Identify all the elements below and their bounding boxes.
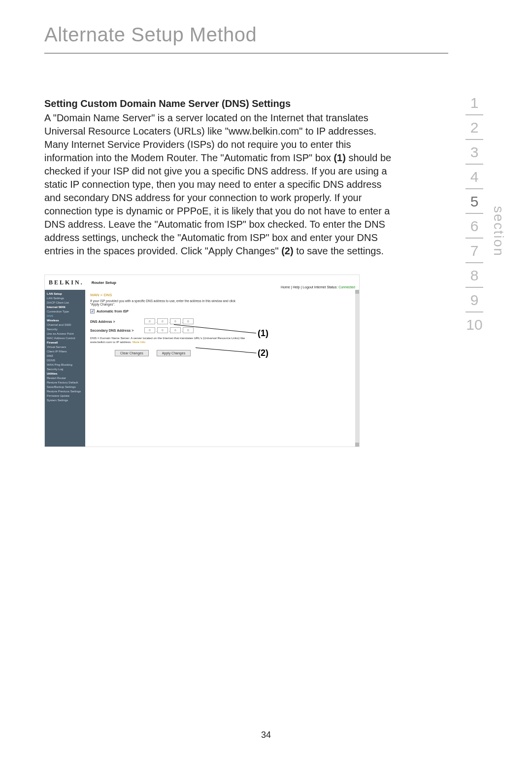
sidebar-item[interactable]: Client IP Filters [47, 349, 83, 354]
apply-changes-button[interactable]: Apply Changes [157, 350, 191, 356]
section-heading: Setting Custom Domain Name Server (DNS) … [44, 98, 399, 109]
instruction-note: If your ISP provided you with a specific… [90, 299, 238, 306]
sidebar-item[interactable]: Restore Previous Settings [47, 389, 83, 394]
callout-ref-2: (2) [281, 245, 293, 256]
sidebar-item[interactable]: Firmware Update [47, 394, 83, 398]
dns2-octet-1[interactable] [144, 327, 155, 333]
sidebar-item[interactable]: Connection Type [47, 310, 83, 314]
sidebar-item[interactable]: Save/Backup Settings [47, 385, 83, 389]
sidebar-item[interactable]: DNS [47, 314, 83, 318]
para-text: should be checked if your ISP did not gi… [44, 152, 391, 256]
sidebar-item[interactable]: System Settings [47, 398, 83, 403]
secondary-dns-row: Secondary DNS Address > . . . [90, 327, 354, 333]
dns2-octet-3[interactable] [170, 327, 181, 333]
sidebar-item[interactable]: DMZ [47, 354, 83, 358]
sidebar-item[interactable]: LAN Settings [47, 296, 83, 301]
scroll-down-icon[interactable] [355, 443, 359, 447]
section-nav-7[interactable]: 7 [464, 239, 485, 262]
dns-address-label: DNS Address > [90, 320, 144, 323]
brand-logo: BELKIN. [49, 279, 84, 286]
router-title: Router Setup [92, 280, 116, 285]
para-text: to save the settings. [294, 245, 384, 256]
dns2-octet-2[interactable] [157, 327, 168, 333]
sidebar-item[interactable]: DHCP Client List [47, 301, 83, 305]
sidebar-item[interactable]: Virtual Servers [47, 345, 83, 349]
dns-address-row: DNS Address > . . . [90, 318, 354, 324]
scrollbar-track[interactable] [355, 290, 359, 447]
sidebar-item[interactable]: WAN Ping Blocking [47, 363, 83, 367]
sidebar-item[interactable]: Security [47, 327, 83, 332]
scroll-up-icon[interactable] [355, 290, 359, 294]
status-links[interactable]: Home | Help | Logout Internet Status: [281, 285, 338, 289]
sidebar-item[interactable]: Channel and SSID [47, 323, 83, 327]
router-content: WAN > DNS If your ISP provided you with … [85, 290, 359, 447]
section-nav-2[interactable]: 2 [464, 115, 485, 139]
section-nav: 12345678910 [464, 91, 485, 336]
para-text: A "Domain Name Server" is a server locat… [44, 112, 376, 163]
section-nav-4[interactable]: 4 [464, 165, 485, 188]
dns2-octet-4[interactable] [183, 327, 194, 333]
clear-changes-button[interactable]: Clear Changes [115, 350, 149, 356]
more-info-link[interactable]: More Info [133, 340, 145, 344]
dns-desc-text: DNS = Domain Name Server. A server locat… [90, 336, 245, 344]
dns-octet-2[interactable] [157, 318, 168, 324]
sidebar-item[interactable]: DDNS [47, 358, 83, 363]
sidebar-item: Firewall [47, 341, 83, 345]
router-topbar: BELKIN. Router Setup Home | Help | Logou… [45, 275, 359, 290]
section-nav-1[interactable]: 1 [464, 91, 485, 114]
breadcrumb: WAN > DNS [90, 293, 354, 297]
section-nav-10[interactable]: 10 [464, 312, 485, 336]
sidebar-item: LAN Setup [47, 292, 83, 296]
sidebar-item[interactable]: Security Log [47, 367, 83, 372]
page-number: 34 [0, 730, 532, 740]
section-nav-5[interactable]: 5 [464, 189, 485, 213]
sidebar-item: Utilities [47, 372, 83, 376]
auto-from-isp-row: ✓ Automatic from ISP [90, 309, 354, 313]
callout-1: (1) [258, 328, 268, 339]
dns-octet-3[interactable] [170, 318, 181, 324]
section-nav-6[interactable]: 6 [464, 214, 485, 238]
body-paragraph: A "Domain Name Server" is a server locat… [44, 111, 399, 258]
status-bar: Home | Help | Logout Internet Status: Co… [281, 285, 355, 289]
sidebar-item: Wireless [47, 318, 83, 323]
sidebar-item[interactable]: MAC Address Control [47, 336, 83, 341]
router-screenshot: BELKIN. Router Setup Home | Help | Logou… [44, 275, 360, 447]
auto-from-isp-checkbox[interactable]: ✓ [90, 309, 95, 313]
section-nav-3[interactable]: 3 [464, 140, 485, 164]
dns-description: DNS = Domain Name Server. A server locat… [90, 336, 253, 344]
callout-ref-1: (1) [333, 152, 345, 163]
router-sidebar: LAN SetupLAN SettingsDHCP Client ListInt… [45, 290, 85, 447]
auto-from-isp-label: Automatic from ISP [97, 310, 129, 313]
sidebar-item: Internet WAN [47, 305, 83, 310]
sidebar-item[interactable]: Restart Router [47, 376, 83, 380]
section-nav-8[interactable]: 8 [464, 263, 485, 287]
section-label: section [491, 206, 506, 257]
sidebar-item[interactable]: Restore Factory Default [47, 380, 83, 385]
dns-octet-4[interactable] [183, 318, 194, 324]
secondary-dns-label: Secondary DNS Address > [90, 329, 144, 332]
sidebar-item[interactable]: Use as Access Point [47, 332, 83, 336]
internet-status: Connected [338, 285, 355, 289]
page-title: Alternate Setup Method [44, 24, 448, 54]
section-nav-9[interactable]: 9 [464, 288, 485, 311]
callout-2: (2) [258, 348, 268, 358]
dns-octet-1[interactable] [144, 318, 155, 324]
